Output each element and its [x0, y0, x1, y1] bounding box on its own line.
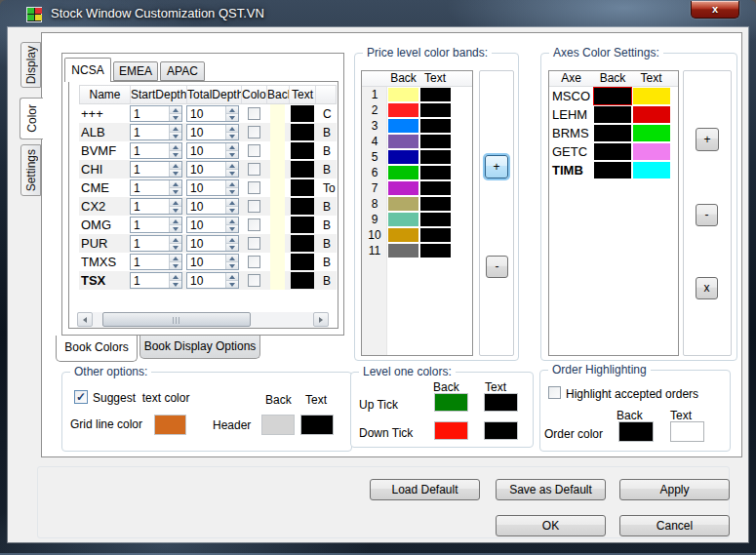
total-depth-spinner[interactable]: [186, 217, 239, 233]
text-color-swatch[interactable]: [291, 142, 314, 159]
tab-settings[interactable]: Settings: [20, 144, 41, 196]
spinner-arrows-icon[interactable]: [169, 236, 181, 251]
start-depth-input[interactable]: [131, 180, 169, 195]
band-text-swatch[interactable]: [420, 244, 451, 258]
start-depth-spinner[interactable]: [130, 235, 182, 252]
header-text-swatch[interactable]: [300, 415, 334, 435]
start-depth-spinner[interactable]: [130, 179, 182, 196]
spinner-arrows-icon[interactable]: [169, 180, 181, 195]
back-color-swatch[interactable]: [270, 253, 285, 271]
load-default-button[interactable]: Load Default: [370, 479, 480, 500]
scrollbar-thumb[interactable]: [102, 312, 251, 327]
tab-emea[interactable]: EMEA: [113, 61, 158, 81]
total-depth-spinner[interactable]: [186, 124, 239, 140]
total-depth-input[interactable]: [187, 106, 225, 121]
total-depth-input[interactable]: [187, 273, 225, 288]
text-color-swatch[interactable]: [291, 272, 314, 289]
tab-apac[interactable]: APAC: [160, 61, 205, 81]
axe-back-swatch[interactable]: [594, 125, 631, 141]
spinner-arrows-icon[interactable]: [225, 273, 238, 288]
total-depth-spinner[interactable]: [186, 142, 239, 159]
tick-back-swatch[interactable]: [434, 393, 468, 412]
total-depth-spinner[interactable]: [186, 254, 239, 270]
order-text-swatch[interactable]: [670, 421, 704, 442]
tab-book-colors[interactable]: Book Colors: [56, 336, 138, 362]
start-depth-spinner[interactable]: [130, 142, 182, 159]
start-depth-spinner[interactable]: [130, 161, 182, 178]
band-back-swatch[interactable]: [388, 103, 418, 117]
axe-text-swatch[interactable]: [633, 125, 670, 141]
color-checkbox[interactable]: [248, 181, 260, 194]
tab-color[interactable]: Color: [20, 98, 43, 139]
start-depth-spinner[interactable]: [130, 272, 182, 289]
header-color[interactable]: Color: [242, 86, 267, 103]
tick-text-swatch[interactable]: [484, 421, 518, 440]
band-back-swatch[interactable]: [388, 213, 418, 226]
spinner-arrows-icon[interactable]: [169, 106, 181, 121]
spinner-arrows-icon[interactable]: [225, 236, 238, 251]
text-color-swatch[interactable]: [291, 124, 314, 140]
spinner-arrows-icon[interactable]: [169, 273, 181, 288]
color-checkbox[interactable]: [248, 256, 260, 268]
spinner-arrows-icon[interactable]: [169, 255, 181, 269]
start-depth-input[interactable]: [131, 143, 169, 158]
grid-line-color-swatch[interactable]: [154, 415, 186, 435]
remove-axe-button[interactable]: -: [696, 204, 718, 226]
highlight-accepted-orders-checkbox[interactable]: [548, 386, 561, 399]
total-depth-spinner[interactable]: [186, 235, 239, 252]
axe-back-swatch[interactable]: [594, 162, 631, 178]
band-back-swatch[interactable]: [388, 119, 418, 133]
band-text-swatch[interactable]: [420, 150, 451, 164]
back-color-swatch[interactable]: [270, 197, 285, 216]
ok-button[interactable]: OK: [496, 515, 606, 536]
band-back-swatch[interactable]: [388, 244, 418, 258]
start-depth-spinner[interactable]: [130, 217, 182, 233]
save-as-default-button[interactable]: Save as Default: [496, 479, 606, 500]
axe-back-swatch[interactable]: [594, 106, 631, 123]
header-totaldepth[interactable]: TotalDepth: [187, 86, 242, 103]
spinner-arrows-icon[interactable]: [169, 162, 181, 177]
text-color-swatch[interactable]: [291, 105, 314, 122]
suggest-text-color-checkbox[interactable]: [74, 390, 88, 404]
band-back-swatch[interactable]: [388, 166, 418, 179]
cancel-button[interactable]: Cancel: [619, 515, 730, 536]
color-checkbox[interactable]: [248, 237, 260, 250]
back-color-swatch[interactable]: [270, 271, 285, 290]
band-text-swatch[interactable]: [420, 181, 451, 195]
header-startdepth[interactable]: StartDepth: [131, 86, 187, 103]
axe-back-swatch[interactable]: [594, 143, 631, 160]
start-depth-spinner[interactable]: [130, 254, 182, 270]
band-text-swatch[interactable]: [420, 213, 451, 226]
back-color-swatch[interactable]: [270, 234, 285, 253]
spinner-arrows-icon[interactable]: [225, 143, 238, 158]
tab-display[interactable]: Display: [20, 42, 41, 88]
band-back-swatch[interactable]: [388, 88, 418, 101]
band-text-swatch[interactable]: [420, 197, 451, 211]
total-depth-input[interactable]: [187, 180, 225, 195]
delete-axe-button[interactable]: x: [696, 277, 718, 299]
text-color-swatch[interactable]: [291, 198, 314, 215]
spinner-arrows-icon[interactable]: [169, 125, 181, 139]
back-color-swatch[interactable]: [270, 123, 285, 141]
total-depth-spinner[interactable]: [186, 179, 239, 196]
add-band-button[interactable]: +: [485, 155, 508, 178]
total-depth-input[interactable]: [187, 236, 225, 251]
spinner-arrows-icon[interactable]: [225, 125, 238, 139]
text-color-swatch[interactable]: [291, 217, 314, 233]
band-back-swatch[interactable]: [388, 135, 418, 148]
band-text-swatch[interactable]: [420, 166, 451, 179]
spinner-arrows-icon[interactable]: [225, 180, 238, 195]
spinner-arrows-icon[interactable]: [169, 218, 181, 232]
start-depth-input[interactable]: [131, 162, 169, 177]
text-color-swatch[interactable]: [291, 161, 314, 178]
tab-ncsa[interactable]: NCSA: [64, 58, 111, 82]
band-text-swatch[interactable]: [420, 88, 451, 101]
back-color-swatch[interactable]: [270, 216, 285, 234]
start-depth-input[interactable]: [131, 125, 169, 139]
scrollbar-track[interactable]: [93, 312, 313, 328]
band-text-swatch[interactable]: [420, 135, 451, 148]
tab-book-display-options[interactable]: Book Display Options: [139, 336, 260, 359]
total-depth-spinner[interactable]: [186, 272, 239, 289]
text-color-swatch[interactable]: [291, 179, 314, 196]
start-depth-input[interactable]: [131, 273, 169, 288]
